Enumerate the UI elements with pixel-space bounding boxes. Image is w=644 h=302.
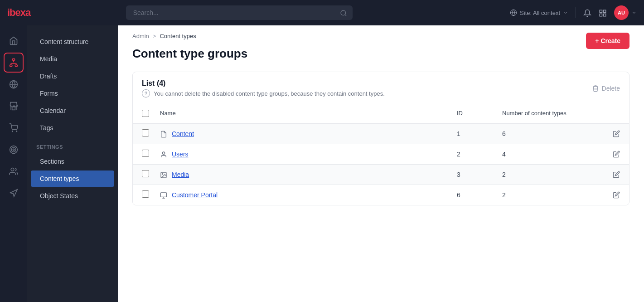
sidebar-item-content-types[interactable]: Content types — [31, 170, 114, 187]
row-2-edit[interactable] — [593, 151, 620, 158]
logo-text: ibexa — [7, 7, 30, 19]
svg-rect-8 — [13, 59, 15, 60]
table-row: Users 2 4 — [133, 144, 629, 165]
svg-point-24 — [162, 152, 165, 154]
sidebar-item-tags[interactable]: Tags — [31, 120, 114, 136]
sidebar-item-content-structure[interactable]: Content structure — [31, 34, 114, 50]
list-info-text: You cannot delete the disabled content t… — [154, 90, 385, 97]
delete-label: Delete — [602, 85, 620, 92]
sidebar-item-sections[interactable]: Sections — [31, 153, 114, 170]
svg-rect-10 — [15, 65, 17, 66]
sidebar-icon-target[interactable] — [4, 140, 24, 160]
svg-point-18 — [12, 131, 13, 132]
row-4-link[interactable]: Customer Portal — [172, 191, 218, 199]
create-button[interactable]: + Create — [586, 33, 629, 49]
avatar[interactable]: AU — [614, 5, 629, 20]
svg-point-21 — [11, 147, 16, 152]
svg-point-23 — [11, 168, 14, 171]
content-area: Admin > Content types Content type group… — [118, 25, 644, 302]
sidebar-item-drafts[interactable]: Drafts — [31, 68, 114, 84]
svg-point-20 — [10, 146, 18, 154]
list-container: List (4) ? You cannot delete the disable… — [132, 72, 629, 205]
breadcrumb: Admin > Content types — [118, 25, 644, 43]
row-3-icon — [160, 170, 167, 179]
topbar-divider — [576, 7, 576, 18]
settings-section-label: Settings — [27, 137, 118, 152]
sidebar-icon-cart[interactable] — [4, 118, 24, 138]
sidebar-icon-store[interactable] — [4, 96, 24, 116]
row-3-id: 3 — [457, 171, 502, 178]
row-1-link[interactable]: Content — [172, 130, 194, 137]
sidebar-icon-globe[interactable] — [4, 74, 24, 94]
select-all-checkbox[interactable] — [142, 110, 149, 117]
row-1-edit[interactable] — [593, 130, 620, 137]
topbar: ibexa Site: All context AU — [0, 0, 644, 25]
delete-button[interactable]: Delete — [592, 85, 620, 92]
sidebar-icon-people[interactable] — [4, 161, 24, 181]
svg-point-22 — [13, 149, 14, 150]
icon-sidebar — [0, 25, 27, 302]
row-1-icon — [160, 130, 167, 138]
sidebar-item-forms[interactable]: Forms — [31, 85, 114, 102]
breadcrumb-admin[interactable]: Admin — [132, 33, 149, 39]
table-header: Name ID Number of content types — [133, 105, 629, 124]
site-selector[interactable]: Site: All context — [510, 9, 568, 16]
sidebar-icon-content-structure[interactable] — [4, 53, 24, 73]
row-2-link[interactable]: Users — [172, 151, 189, 158]
row-checkbox-cell — [142, 190, 160, 200]
avatar-dropdown-icon[interactable] — [631, 10, 637, 15]
list-info: ? You cannot delete the disabled content… — [142, 89, 385, 97]
row-4-id: 6 — [457, 191, 502, 199]
table-row: Media 3 2 — [133, 165, 629, 185]
page-title: Content type groups — [118, 43, 644, 72]
search-icon — [340, 9, 347, 17]
row-checkbox-cell — [142, 170, 160, 179]
breadcrumb-separator: > — [153, 33, 156, 39]
grid-icon[interactable] — [599, 8, 607, 18]
svg-line-1 — [345, 15, 346, 16]
svg-rect-4 — [600, 10, 602, 12]
row-2-checkbox[interactable] — [142, 150, 149, 157]
svg-rect-27 — [160, 193, 166, 197]
row-2-name: Users — [160, 150, 457, 158]
row-1-name: Content — [160, 130, 457, 138]
list-header-left: List (4) ? You cannot delete the disable… — [142, 79, 385, 97]
row-3-count: 2 — [502, 171, 593, 178]
info-icon: ? — [142, 89, 150, 97]
row-4-name: Customer Portal — [160, 191, 457, 199]
svg-rect-9 — [10, 65, 12, 66]
row-1-checkbox[interactable] — [142, 129, 149, 136]
row-4-edit[interactable] — [593, 191, 620, 199]
svg-point-26 — [162, 173, 163, 174]
row-2-icon — [160, 150, 167, 158]
row-3-name: Media — [160, 170, 457, 179]
sidebar-icon-megaphone[interactable] — [4, 183, 24, 203]
search-bar — [126, 5, 353, 20]
list-header: List (4) ? You cannot delete the disable… — [133, 72, 629, 105]
row-3-edit[interactable] — [593, 171, 620, 178]
bell-icon[interactable] — [583, 8, 591, 18]
search-input[interactable] — [126, 5, 353, 20]
sidebar-item-object-states[interactable]: Object States — [31, 188, 114, 204]
svg-rect-7 — [600, 14, 602, 16]
col-header-action — [593, 110, 620, 119]
col-header-id: ID — [457, 110, 502, 119]
col-header-name: Name — [160, 110, 457, 119]
row-2-count: 4 — [502, 151, 593, 158]
col-header-checkbox — [142, 110, 160, 119]
col-header-count: Number of content types — [502, 110, 593, 119]
list-title: List (4) — [142, 79, 385, 88]
row-3-link[interactable]: Media — [172, 171, 189, 178]
svg-rect-6 — [604, 14, 606, 16]
row-4-checkbox[interactable] — [142, 190, 149, 198]
logo: ibexa — [7, 7, 44, 19]
sidebar-item-calendar[interactable]: Calendar — [31, 102, 114, 119]
breadcrumb-current: Content types — [160, 33, 196, 39]
sidebar-icon-home[interactable] — [4, 31, 24, 51]
text-sidebar: Content structure Media Drafts Forms Cal… — [27, 25, 118, 302]
table-row: Content 1 6 — [133, 124, 629, 144]
row-2-id: 2 — [457, 151, 502, 158]
sidebar-item-media[interactable]: Media — [31, 51, 114, 67]
row-3-checkbox[interactable] — [142, 170, 149, 177]
row-checkbox-cell — [142, 150, 160, 159]
